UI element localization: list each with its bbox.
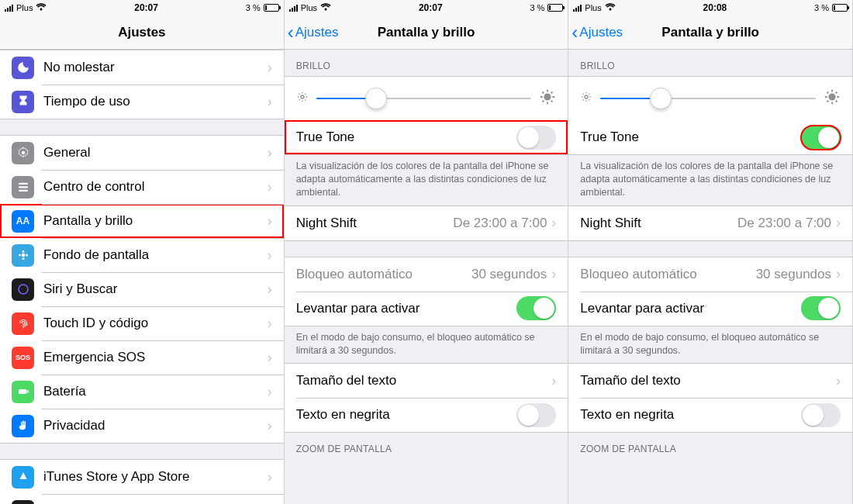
chevron-right-icon: › (551, 373, 556, 389)
brightness-slider-row (285, 77, 568, 120)
row-label: Emergencia SOS (43, 350, 268, 365)
sun-small-icon (580, 91, 592, 106)
wifi-icon (36, 2, 47, 13)
back-label: Ajustes (295, 25, 339, 40)
row-textsize[interactable]: Tamaño del texto › (285, 364, 568, 398)
gear-icon (12, 142, 34, 164)
nav-bar: Ajustes (0, 16, 284, 50)
row-truetone[interactable]: True Tone (568, 120, 852, 154)
back-button[interactable]: ‹ Ajustes (568, 23, 623, 42)
chevron-right-icon: › (268, 60, 272, 76)
clock: 20:07 (134, 2, 158, 13)
chevron-right-icon: › (268, 384, 272, 400)
row-wallpaper[interactable]: Fondo de pantalla › (0, 238, 284, 272)
row-value: 30 segundos (471, 267, 547, 282)
truetone-footer: La visualización de los colores de la pa… (568, 155, 852, 205)
row-label: Tamaño del texto (580, 373, 836, 388)
bold-toggle[interactable] (516, 403, 556, 427)
row-itunes[interactable]: iTunes Store y App Store › (0, 460, 284, 494)
row-display-brightness[interactable]: AA Pantalla y brillo › (0, 204, 284, 238)
brightness-slider[interactable] (316, 98, 532, 99)
chevron-left-icon: ‹ (572, 23, 578, 42)
signal-icon (289, 5, 298, 12)
status-bar: Plus 20:07 3 % (285, 0, 568, 16)
sun-small-icon (296, 91, 309, 106)
row-general[interactable]: General › (0, 136, 284, 170)
row-battery[interactable]: Batería › (0, 375, 284, 409)
chevron-right-icon: › (836, 215, 841, 231)
wifi-icon (605, 2, 616, 13)
brightness-slider[interactable] (600, 98, 816, 99)
svg-rect-2 (19, 186, 28, 188)
page-title: Ajustes (0, 25, 284, 40)
chevron-right-icon: › (268, 179, 272, 195)
row-truetone[interactable]: True Tone (285, 120, 568, 154)
svg-point-4 (21, 254, 25, 257)
battery-pct: 3 % (246, 3, 261, 12)
truetone-toggle[interactable] (801, 126, 841, 150)
row-boldtext[interactable]: Texto en negrita (285, 398, 568, 432)
back-button[interactable]: ‹ Ajustes (285, 23, 339, 42)
row-control-center[interactable]: Centro de control › (0, 170, 284, 204)
clock: 20:07 (419, 2, 443, 13)
row-wallet[interactable]: Wallet y Apple Pay › (0, 494, 284, 504)
row-privacy[interactable]: Privacidad › (0, 409, 284, 443)
row-siri[interactable]: Siri y Buscar › (0, 272, 284, 306)
row-label: Bloqueo automático (296, 267, 471, 282)
svg-rect-10 (19, 389, 27, 394)
chevron-right-icon: › (836, 266, 841, 282)
sos-icon: SOS (12, 347, 34, 369)
battery-icon (547, 4, 563, 12)
row-do-not-disturb[interactable]: No molestar › (0, 50, 284, 85)
chevron-right-icon: › (268, 247, 272, 264)
pane-display-on: Plus 20:08 3 % ‹ Ajustes Pantalla y bril… (568, 0, 853, 504)
row-touchid[interactable]: Touch ID y código › (0, 306, 284, 340)
battery-pct: 3 % (814, 3, 829, 12)
raise-toggle[interactable] (516, 296, 556, 320)
clock: 20:08 (703, 2, 727, 13)
row-label: Texto en negrita (580, 407, 801, 423)
chevron-right-icon: › (268, 145, 272, 161)
svg-point-8 (26, 254, 28, 257)
row-value: De 23:00 a 7:00 (737, 216, 831, 231)
chevron-right-icon: › (551, 266, 556, 282)
svg-point-17 (829, 94, 834, 99)
row-label: Privacidad (43, 418, 268, 433)
chevron-right-icon: › (268, 469, 272, 485)
section-header-zoom: ZOOM DE PANTALLA (568, 433, 852, 459)
row-nightshift[interactable]: Night Shift De 23:00 a 7:00 › (285, 206, 568, 240)
svg-point-7 (19, 254, 21, 257)
svg-point-15 (545, 94, 551, 99)
chevron-right-icon: › (268, 281, 272, 298)
row-autolock[interactable]: Bloqueo automático 30 segundos › (568, 257, 852, 292)
battery-icon (832, 4, 848, 12)
row-label: iTunes Store y App Store (43, 469, 268, 485)
bold-toggle[interactable] (801, 403, 841, 427)
row-textsize[interactable]: Tamaño del texto › (568, 364, 852, 398)
pane-settings: Plus 20:07 3 % Ajustes No molestar › Tie… (0, 0, 285, 504)
row-label: Batería (43, 384, 268, 399)
svg-rect-1 (19, 183, 28, 185)
row-label: Bloqueo automático (580, 267, 755, 282)
svg-point-6 (22, 257, 24, 260)
row-sos[interactable]: SOS Emergencia SOS › (0, 340, 284, 375)
carrier: Plus (301, 3, 317, 12)
row-raise-to-wake[interactable]: Levantar para activar (568, 292, 852, 326)
row-raise-to-wake[interactable]: Levantar para activar (285, 292, 568, 326)
row-label: Tiempo de uso (43, 94, 268, 109)
back-label: Ajustes (579, 25, 623, 40)
row-boldtext[interactable]: Texto en negrita (568, 398, 852, 432)
truetone-toggle[interactable] (516, 126, 556, 150)
row-screentime[interactable]: Tiempo de uso › (0, 85, 284, 119)
row-value: 30 segundos (756, 267, 831, 282)
section-header-brillo: BRILLO (285, 50, 568, 76)
row-nightshift[interactable]: Night Shift De 23:00 a 7:00 › (568, 206, 852, 240)
row-label: Night Shift (296, 216, 454, 231)
row-label: Pantalla y brillo (43, 213, 268, 229)
raise-toggle[interactable] (801, 296, 841, 320)
row-autolock[interactable]: Bloqueo automático 30 segundos › (285, 257, 568, 292)
battery-pct: 3 % (530, 3, 544, 12)
row-label: Levantar para activar (296, 301, 517, 316)
wifi-icon (320, 2, 331, 13)
carrier: Plus (16, 3, 33, 12)
